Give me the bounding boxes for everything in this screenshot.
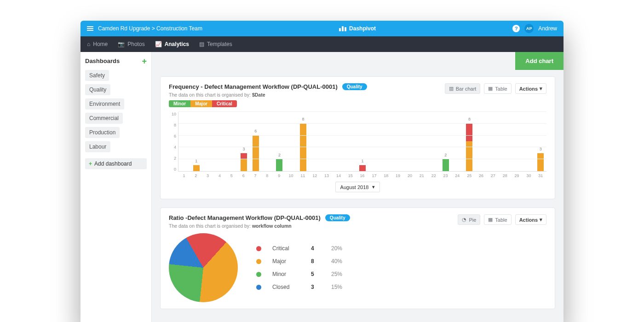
nav-templates[interactable]: ▤Templates (199, 41, 232, 47)
chart2-actions[interactable]: Actions▾ (515, 214, 546, 225)
top-bar: Camden Rd Upgrade > Construction Team Da… (80, 21, 564, 36)
chart1-plot: 136281283 (178, 112, 546, 172)
chart2-mode-pie[interactable]: ◔Pie (458, 214, 480, 225)
chart2-subtitle: The data on this chart is organised by: … (169, 223, 350, 229)
nav-analytics-label: Analytics (165, 41, 189, 47)
main: Add chart Frequency - Defect Management … (152, 52, 564, 322)
home-icon: ⌂ (87, 41, 90, 47)
legend-minor: Minor (169, 100, 190, 107)
camera-icon: 📷 (118, 41, 125, 47)
bar-chart-icon: ▥ (449, 86, 454, 92)
legend-critical: Critical (212, 100, 237, 107)
nav-photos[interactable]: 📷Photos (118, 41, 144, 47)
sidebar-item-safety[interactable]: Safety (85, 70, 109, 81)
chart1-actions[interactable]: Actions▾ (515, 83, 546, 94)
add-chart-button[interactable]: Add chart (515, 52, 564, 70)
chevron-down-icon: ▾ (540, 86, 542, 92)
sidebar-item-environment[interactable]: Environment (85, 98, 124, 109)
chart-card-ratio: Ratio -Defect Management Workflow (DP-QU… (160, 207, 555, 309)
chart2-pie (169, 233, 238, 302)
table-icon: ▦ (488, 217, 493, 223)
sidebar-item-labour[interactable]: Labour (85, 141, 110, 152)
add-dashboard-label: Add dashboard (94, 161, 132, 167)
legend-row: Critical420% (256, 242, 342, 255)
nav-analytics[interactable]: 📈Analytics (155, 41, 189, 47)
chart1-subtitle: The data on this chart is organised by: … (169, 92, 367, 98)
chart1-date-selector[interactable]: August 2018▾ (335, 182, 380, 192)
nav-home-label: Home (93, 41, 108, 47)
nav-photos-label: Photos (127, 41, 144, 47)
app-window: Camden Rd Upgrade > Construction Team Da… (80, 21, 564, 322)
chart-card-frequency: Frequency - Defect Management Workflow (… (160, 76, 555, 199)
chart1-title: Frequency - Defect Management Workflow (… (169, 83, 338, 90)
chart1-x-axis: 1234567891011121314151617181920212223242… (178, 172, 546, 178)
pie-icon: ◔ (462, 217, 466, 223)
templates-icon: ▤ (199, 41, 204, 47)
table-icon: ▦ (488, 86, 493, 92)
legend-row: Minor525% (256, 268, 342, 281)
sidebar-header: Dashboards + (85, 58, 147, 64)
plus-icon: + (89, 161, 92, 167)
chart2-title: Ratio -Defect Management Workflow (DP-QU… (169, 214, 321, 221)
brand-name: Dashpivot (349, 25, 376, 32)
breadcrumb[interactable]: Camden Rd Upgrade > Construction Team (98, 25, 202, 32)
chevron-down-icon: ▾ (540, 217, 542, 223)
sidebar-title: Dashboards (85, 58, 120, 64)
body: Dashboards + Safety Quality Environment … (80, 52, 564, 322)
legend-row: Closed315% (256, 281, 342, 293)
menu-icon[interactable] (87, 25, 93, 32)
nav-bar: ⌂Home 📷Photos 📈Analytics ▤Templates (80, 36, 564, 52)
user-name[interactable]: Andrew (538, 25, 557, 32)
chart1-y-axis: 1086420 (169, 112, 178, 172)
chevron-down-icon: ▾ (372, 184, 375, 190)
nav-templates-label: Templates (207, 41, 232, 47)
avatar[interactable]: AP (524, 24, 534, 33)
sidebar-item-quality[interactable]: Quality (85, 84, 110, 95)
add-dashboard-icon[interactable]: + (142, 58, 147, 64)
nav-home[interactable]: ⌂Home (87, 41, 108, 47)
brand-bars-icon (339, 26, 346, 31)
chart1-mode-table[interactable]: ▦Table (484, 83, 511, 94)
help-icon[interactable]: ? (512, 25, 520, 32)
main-toolbar: Add chart (152, 52, 564, 76)
sidebar-item-production[interactable]: Production (85, 127, 120, 138)
legend-row: Major840% (256, 255, 342, 268)
chart2-mode-table[interactable]: ▦Table (484, 214, 511, 225)
chart2-legend: Critical420%Major840%Minor525%Closed315% (256, 242, 342, 293)
legend-major: Major (190, 100, 212, 107)
chart1-mode-bar[interactable]: ▥Bar chart (445, 83, 481, 94)
chart1-quality-badge: Quality (342, 83, 367, 90)
add-dashboard-button[interactable]: + Add dashboard (85, 158, 147, 169)
sidebar-item-commercial[interactable]: Commercial (85, 113, 123, 124)
chart2-quality-badge: Quality (325, 214, 350, 221)
brand: Dashpivot (339, 25, 376, 32)
analytics-icon: 📈 (155, 41, 162, 47)
sidebar: Dashboards + Safety Quality Environment … (80, 52, 152, 322)
